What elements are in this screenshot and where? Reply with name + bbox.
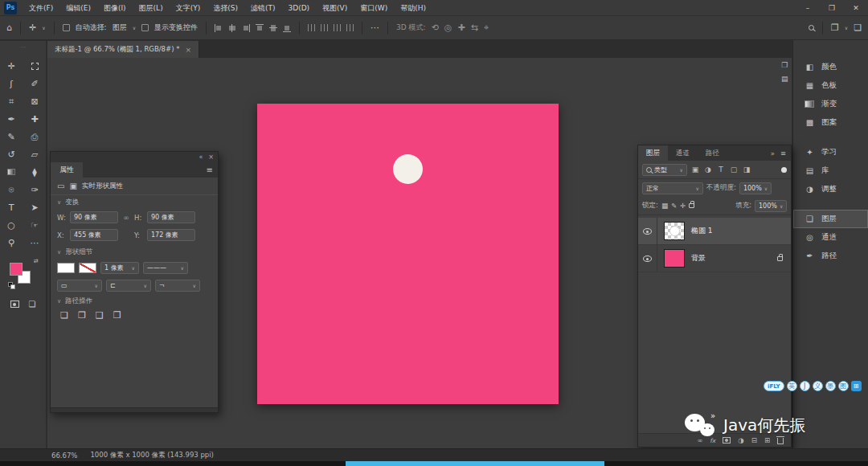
dock-item-learn[interactable]: ✦ 学习 (793, 143, 868, 161)
dodge-tool[interactable]: ⌾ (0, 181, 23, 198)
filter-adjustment-layers-icon[interactable]: ◑ (703, 166, 713, 174)
eyedropper-tool[interactable]: ✒ (0, 110, 23, 128)
fill-color-swatch[interactable] (57, 263, 75, 273)
3d-orbit-icon[interactable]: ⟲ (432, 23, 439, 32)
3d-zoom-icon[interactable]: ⌖ (484, 23, 489, 32)
zoom-tool[interactable]: ⚲ (0, 234, 23, 251)
tab-layers[interactable]: 图层 (638, 145, 668, 161)
align-vertical-center-icon[interactable] (269, 24, 277, 32)
close-button[interactable]: ✕ (844, 0, 868, 16)
quick-mask-icon[interactable] (10, 300, 19, 308)
align-left-icon[interactable] (215, 24, 223, 32)
exclude-shape-icon[interactable]: ❒ (113, 310, 121, 321)
dock-item-paths[interactable]: ✒ 路径 (793, 247, 868, 265)
menu-help[interactable]: 帮助(H) (394, 0, 432, 16)
3d-roll-icon[interactable]: ◎ (444, 23, 452, 32)
y-input[interactable]: 172 像素 (147, 229, 195, 241)
type-tool[interactable]: T (0, 198, 23, 216)
menu-image[interactable]: 图像(I) (97, 0, 133, 16)
path-operations-section-header[interactable]: ∨ 路径操作 (51, 294, 218, 308)
transform-section-header[interactable]: ∨ 变换 (51, 195, 218, 209)
collapse-panel-icon[interactable]: « (199, 153, 203, 161)
align-top-icon[interactable] (256, 24, 264, 32)
pen-tool[interactable]: ✑ (23, 181, 47, 198)
clone-stamp-tool[interactable]: ⎙ (23, 128, 47, 145)
healing-brush-tool[interactable]: ✚ (23, 110, 47, 128)
filter-pixel-layers-icon[interactable]: ▣ (690, 166, 700, 174)
workspace-icon[interactable]: ❐ (831, 23, 839, 32)
x-input[interactable]: 455 像素 (70, 229, 118, 241)
distribute-icon[interactable] (334, 24, 341, 31)
lock-all-icon[interactable] (689, 203, 694, 208)
tab-close-icon[interactable]: × (185, 46, 191, 54)
tab-properties[interactable]: 属性 (51, 162, 83, 178)
appearance-section-header[interactable]: ∨ 形状细节 (51, 245, 218, 259)
visibility-cell[interactable] (638, 218, 657, 244)
tab-channels[interactable]: 通道 (668, 145, 698, 161)
menu-select[interactable]: 选择(S) (207, 0, 244, 16)
collapsed-panel-icon[interactable]: ▤ (781, 75, 788, 83)
stroke-cap-dropdown[interactable]: ⊏∨ (106, 280, 151, 292)
lock-position-icon[interactable]: ✛ (680, 202, 686, 210)
foreground-color-swatch[interactable] (10, 263, 23, 276)
show-transform-checkbox[interactable] (141, 24, 149, 31)
delete-layer-icon[interactable] (777, 438, 784, 444)
lasso-tool[interactable]: ʃ (0, 75, 23, 92)
auto-select-checkbox[interactable] (63, 24, 70, 31)
frame-tool[interactable]: ⊠ (23, 92, 47, 110)
align-right-icon[interactable] (242, 24, 250, 32)
document-canvas[interactable] (257, 104, 559, 404)
align-horizontal-center-icon[interactable] (228, 24, 236, 32)
stroke-corner-dropdown[interactable]: ¬∨ (155, 280, 200, 292)
dock-item-gradients[interactable]: 渐变 (793, 95, 868, 113)
default-colors-icon[interactable] (8, 282, 14, 288)
layer-thumbnail[interactable] (664, 222, 685, 240)
distribute-icon[interactable] (308, 24, 315, 31)
ellipse-shape[interactable] (393, 154, 423, 184)
tab-paths[interactable]: 路径 (698, 145, 727, 161)
hand-tool[interactable]: ☞ (23, 216, 47, 234)
auto-select-value[interactable]: 图层 (113, 22, 127, 33)
panel-menu-icon[interactable]: ≡ (207, 166, 218, 174)
opacity-dropdown[interactable]: 100%∨ (739, 182, 772, 194)
gradient-tool[interactable] (0, 163, 23, 181)
menu-filter[interactable]: 滤镜(T) (244, 0, 282, 16)
3d-pan-icon[interactable]: ✚ (457, 23, 465, 32)
filter-toggle[interactable] (781, 167, 787, 173)
menu-layer[interactable]: 图层(L) (133, 0, 170, 16)
collapsed-panel-icon[interactable]: ❐ (781, 61, 788, 69)
screen-capture-icon[interactable]: ❏ (854, 23, 862, 32)
dock-item-adjustments[interactable]: ◑ 调整 (793, 180, 868, 198)
brush-tool[interactable]: ✎ (0, 128, 23, 145)
menu-window[interactable]: 窗口(W) (354, 0, 394, 16)
more-options-icon[interactable]: ⋯ (371, 23, 379, 32)
dock-item-libraries[interactable]: ▤ 库 (793, 161, 868, 180)
intersect-shape-icon[interactable]: ❑ (96, 310, 104, 321)
filter-type-layers-icon[interactable]: T (716, 166, 726, 174)
minimize-button[interactable]: – (796, 0, 820, 16)
zoom-level[interactable]: 66.67% (51, 452, 77, 460)
dock-item-color[interactable]: ◧ 颜色 (793, 58, 868, 76)
filter-shape-layers-icon[interactable]: ▢ (729, 166, 739, 174)
search-icon[interactable] (809, 25, 814, 31)
screen-mode-icon[interactable]: ❏ (29, 300, 36, 309)
eraser-tool[interactable]: ▱ (23, 145, 47, 163)
move-tool-preset-icon[interactable]: ✛ (29, 23, 36, 32)
combine-shapes-icon[interactable]: ❏ (60, 310, 68, 321)
subtract-shape-icon[interactable]: ❐ (78, 310, 86, 321)
panel-menu-icon[interactable]: ≡ (780, 149, 786, 157)
panel-resize-handle[interactable] (51, 407, 218, 412)
width-input[interactable]: 90 像素 (70, 211, 118, 223)
menu-view[interactable]: 视图(V) (316, 0, 354, 16)
menu-type[interactable]: 文字(Y) (170, 0, 207, 16)
document-info[interactable]: 1000 像素 x 1000 像素 (143.993 ppi) (90, 451, 213, 460)
stroke-width-input[interactable]: 1 像素∨ (100, 262, 139, 274)
layer-row-ellipse[interactable]: 椭圆 1 (638, 218, 791, 245)
align-bottom-icon[interactable] (283, 24, 291, 32)
fill-dropdown[interactable]: 100%∨ (755, 200, 787, 212)
lock-transparent-icon[interactable]: ▦ (661, 202, 668, 210)
dock-item-channels[interactable]: ◎ 通道 (793, 228, 868, 247)
menu-3d[interactable]: 3D(D) (281, 0, 316, 16)
layer-lock-icon[interactable] (777, 256, 783, 261)
shape-tool[interactable]: ○ (0, 216, 23, 234)
